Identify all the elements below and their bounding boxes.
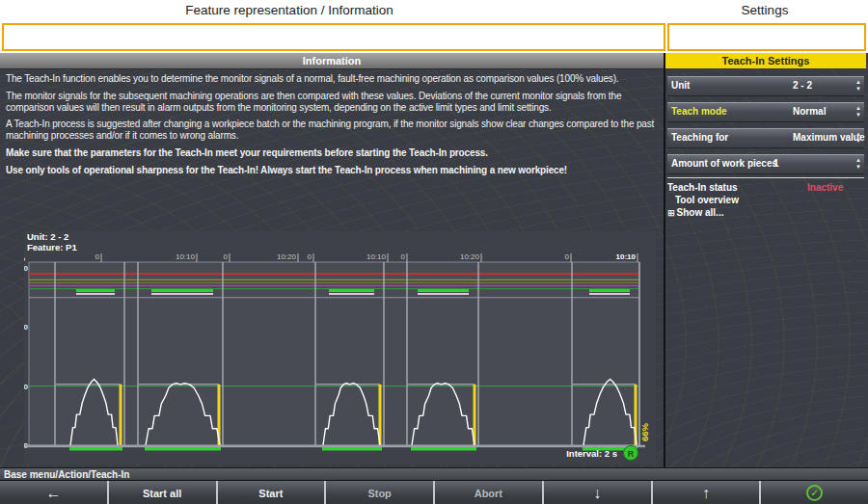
amount-of-work-pieces-value: 1 (773, 158, 779, 169)
amount-of-work-pieces-label: Amount of work pieces (671, 158, 777, 169)
teach-mode-label: Teach mode (671, 106, 727, 117)
svg-text:10:10: 10:10 (366, 252, 387, 261)
teach-in-settings-title: Teach-In Settings (665, 53, 866, 68)
abort-button[interactable]: Abort (433, 481, 542, 504)
svg-text:R: R (628, 449, 635, 459)
svg-text:0: 0 (308, 252, 312, 261)
svg-text:10:10: 10:10 (616, 252, 637, 261)
info-paragraph-3: A Teach-In process is suggested after ch… (6, 119, 658, 142)
back-icon: ← (45, 486, 61, 501)
teach-mode-spinner-icon[interactable]: ▲▼ (855, 105, 861, 119)
settings-row-teaching-for[interactable]: Teaching forMaximum value▲▼ (667, 128, 864, 148)
page-up-button[interactable]: ↑ (651, 481, 760, 504)
svg-text:Unit: 2 - 2: Unit: 2 - 2 (27, 231, 68, 242)
svg-text:0: 0 (565, 252, 570, 261)
settings-separator (667, 177, 864, 178)
settings-selector-box[interactable] (667, 23, 866, 51)
bottom-toolbar: ←Start allStartStopAbort↓↑✓ (0, 480, 868, 504)
information-text: The Teach-In function enables you to det… (0, 69, 664, 186)
teach-in-status-value: Inactive (807, 182, 843, 193)
show-all-link[interactable]: ⊞Show all... (667, 207, 864, 220)
teach-in-status-label: Teach-In status (667, 182, 738, 193)
svg-text:10:20: 10:20 (277, 252, 297, 261)
start-all-button[interactable]: Start all (107, 481, 216, 504)
svg-text:0: 0 (95, 252, 100, 261)
info-paragraph-2: The monitor signals for the subsequent m… (6, 91, 658, 114)
svg-text:Feature: P1: Feature: P1 (27, 242, 77, 252)
svg-text:Interval: 2 s: Interval: 2 s (566, 448, 617, 459)
confirm-button[interactable]: ✓ (759, 481, 868, 504)
unit-label: Unit (671, 80, 690, 91)
check-icon: ✓ (806, 485, 823, 501)
monitor-signal-chart: Unit: 2 - 2Feature: P1%3002001000010:100… (24, 231, 656, 464)
page-down-icon: ↓ (593, 486, 601, 501)
settings-row-teach-mode[interactable]: Teach modeNormal▲▼ (667, 102, 864, 122)
back-button[interactable]: ← (0, 481, 107, 504)
svg-text:0: 0 (401, 252, 406, 261)
teach-in-status-row: Teach-In status Inactive (667, 182, 864, 195)
svg-text:10:10: 10:10 (176, 252, 196, 261)
settings-row-amount-of-work-pieces[interactable]: Amount of work pieces1▲▼ (667, 154, 864, 174)
teach-in-settings-panel: Teach-In Settings Unit2 - 2▲▼Teach modeN… (665, 53, 866, 467)
page-up-icon: ↑ (702, 486, 710, 501)
svg-text:200: 200 (24, 323, 29, 332)
left-pane-title: Feature representation / Information (0, 3, 579, 17)
right-pane-title: Settings (664, 3, 866, 17)
selector-row (0, 22, 868, 53)
teach-in-screen: Feature representation / Information Set… (0, 0, 868, 504)
teaching-for-label: Teaching for (671, 132, 728, 143)
svg-text:300: 300 (24, 264, 29, 273)
info-paragraph-1: The Teach-In function enables you to det… (6, 73, 658, 85)
svg-text:100: 100 (24, 383, 29, 391)
tool-overview-link[interactable]: Tool overview (667, 195, 864, 207)
info-paragraph-5: Use only tools of operational sharpness … (6, 165, 658, 176)
expand-box-icon: ⊞ (667, 208, 675, 218)
unit-spinner-icon[interactable]: ▲▼ (855, 79, 861, 93)
svg-text:0: 0 (224, 252, 229, 261)
page-down-button[interactable]: ↓ (542, 481, 651, 504)
start-button[interactable]: Start (216, 481, 325, 504)
settings-row-unit[interactable]: Unit2 - 2▲▼ (667, 76, 864, 96)
teaching-for-value: Maximum value (793, 132, 864, 143)
svg-text:10:20: 10:20 (460, 252, 480, 261)
status-block: Teach-In status Inactive Tool overview ⊞… (667, 182, 864, 220)
amount-of-work-pieces-spinner-icon[interactable]: ▲▼ (855, 157, 861, 171)
stop-button[interactable]: Stop (324, 481, 433, 504)
information-title: Information (0, 53, 664, 69)
feature-selector-box[interactable] (2, 23, 665, 51)
info-paragraph-4: Make sure that the parameters for the Te… (6, 147, 658, 159)
main-area: Information The Teach-In function enable… (0, 53, 868, 467)
unit-value: 2 - 2 (793, 80, 812, 91)
teach-mode-value: Normal (793, 106, 826, 117)
signal-level-percent: 66% (639, 422, 650, 441)
breadcrumb: Base menu/Action/Teach-In (0, 467, 868, 481)
settings-rows: Unit2 - 2▲▼Teach modeNormal▲▼Teaching fo… (667, 76, 864, 180)
top-header: Feature representation / Information Set… (0, 0, 868, 22)
teaching-for-spinner-icon[interactable]: ▲▼ (855, 131, 861, 145)
